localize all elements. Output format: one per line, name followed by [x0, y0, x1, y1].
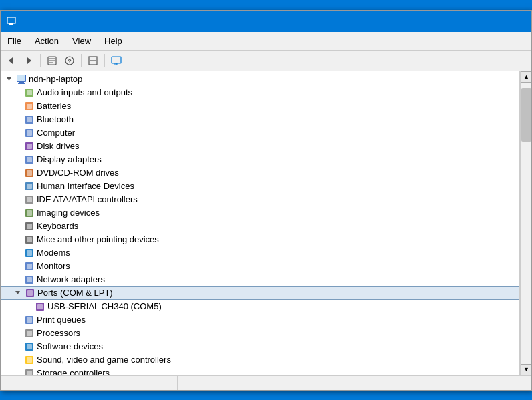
- device-label: Ports (COM & LPT): [37, 288, 113, 298]
- tree-item[interactable]: Human Interface Devices: [1, 180, 519, 193]
- minimize-button[interactable]: [434, 11, 464, 32]
- collapse-button[interactable]: [85, 53, 101, 69]
- tree-item[interactable]: Mice and other pointing devices: [1, 233, 519, 246]
- close-button[interactable]: [495, 11, 526, 32]
- tree-item[interactable]: Processors: [1, 327, 519, 340]
- svg-rect-56: [37, 304, 43, 309]
- forward-button[interactable]: [21, 53, 37, 69]
- device-icon: [24, 315, 35, 325]
- svg-rect-29: [27, 130, 32, 136]
- back-button[interactable]: [3, 53, 19, 69]
- device-icon: [24, 368, 35, 375]
- svg-rect-1: [9, 23, 13, 25]
- help-button[interactable]: ?: [61, 53, 78, 69]
- device-label: IDE ATA/ATAPI controllers: [37, 194, 138, 204]
- device-icon: [24, 274, 35, 285]
- content-area: ndn-hp-laptop Audio inputs and outputs B…: [1, 71, 531, 375]
- device-label: Batteries: [37, 101, 71, 111]
- svg-rect-33: [27, 157, 32, 162]
- tree-item[interactable]: Monitors: [1, 260, 519, 273]
- tree-item[interactable]: Disk drives: [1, 140, 519, 153]
- svg-rect-35: [27, 170, 32, 176]
- device-icon: [24, 154, 35, 165]
- menu-bar: File Action View Help: [1, 32, 531, 51]
- device-icon: [24, 234, 35, 245]
- device-icon: [24, 248, 35, 258]
- scroll-thumb[interactable]: [521, 88, 531, 142]
- svg-text:?: ?: [68, 58, 72, 65]
- device-icon: [24, 261, 35, 272]
- tree-item[interactable]: Imaging devices: [1, 206, 519, 220]
- monitor-button[interactable]: [108, 53, 124, 69]
- device-label: Human Interface Devices: [37, 181, 134, 191]
- device-label: Processors: [37, 328, 80, 338]
- svg-rect-54: [27, 290, 33, 296]
- scroll-up-button[interactable]: ▲: [521, 71, 531, 83]
- title-bar: [1, 11, 531, 32]
- device-icon: [24, 87, 35, 98]
- tree-item[interactable]: IDE ATA/ATAPI controllers: [1, 193, 519, 206]
- svg-rect-60: [27, 331, 32, 336]
- scroll-down-button[interactable]: ▼: [521, 364, 531, 375]
- properties-button[interactable]: [44, 53, 60, 69]
- tree-item[interactable]: Print queues: [1, 313, 519, 327]
- device-label: Disk drives: [37, 141, 80, 151]
- device-label: Software devices: [37, 341, 103, 351]
- device-label: Mice and other pointing devices: [37, 234, 159, 244]
- device-tree-panel[interactable]: ndn-hp-laptop Audio inputs and outputs B…: [1, 71, 520, 375]
- tree-item[interactable]: Bluetooth: [1, 113, 519, 126]
- device-label: Modems: [37, 248, 70, 258]
- tree-item[interactable]: DVD/CD-ROM drives: [1, 166, 519, 180]
- device-icon: [24, 194, 35, 205]
- tree-toggle-icon[interactable]: [12, 288, 23, 298]
- device-label: Keyboards: [37, 221, 78, 231]
- vertical-scrollbar[interactable]: ▲ ▼: [520, 71, 531, 375]
- device-icon: [24, 208, 35, 218]
- tree-item[interactable]: Computer: [1, 126, 519, 140]
- tree-item[interactable]: Ports (COM & LPT): [1, 286, 519, 300]
- tree-item[interactable]: USB-SERIAL CH340 (COM5): [1, 300, 519, 313]
- svg-rect-62: [27, 344, 32, 349]
- menu-action[interactable]: Action: [28, 33, 65, 49]
- device-icon: [24, 181, 35, 192]
- device-icon: [25, 288, 35, 298]
- tree-item[interactable]: Storage controllers: [1, 367, 519, 375]
- root-toggle-icon[interactable]: [3, 74, 14, 85]
- tree-item[interactable]: Network adapters: [1, 273, 519, 286]
- tree-item[interactable]: Batteries: [1, 99, 519, 113]
- device-label: DVD/CD-ROM drives: [37, 168, 119, 178]
- device-label: Imaging devices: [37, 208, 100, 218]
- device-icon: [24, 221, 35, 232]
- device-label: Print queues: [37, 315, 86, 325]
- tree-root-item[interactable]: ndn-hp-laptop: [1, 73, 519, 86]
- toolbar: ?: [1, 51, 531, 71]
- device-label: Network adapters: [37, 274, 105, 284]
- tree-item[interactable]: Audio inputs and outputs: [1, 86, 519, 99]
- svg-rect-58: [27, 317, 32, 323]
- device-icon: [24, 128, 35, 138]
- menu-file[interactable]: File: [1, 33, 28, 49]
- tree-item[interactable]: Sound, video and game controllers: [1, 353, 519, 367]
- device-label: Sound, video and game controllers: [37, 355, 171, 365]
- window-icon: [6, 16, 17, 27]
- device-label: Audio inputs and outputs: [37, 87, 132, 97]
- svg-rect-47: [27, 250, 32, 256]
- device-icon: [24, 168, 35, 178]
- svg-marker-52: [15, 291, 20, 294]
- tree-item[interactable]: Display adapters: [1, 153, 519, 166]
- menu-help[interactable]: Help: [98, 33, 129, 49]
- tree-item[interactable]: Modems: [1, 246, 519, 260]
- svg-rect-37: [27, 184, 32, 189]
- window-controls: [434, 11, 526, 32]
- svg-rect-31: [27, 144, 32, 149]
- device-label: Bluetooth: [37, 114, 74, 124]
- svg-rect-2: [8, 25, 15, 25]
- svg-rect-20: [19, 82, 24, 83]
- svg-rect-0: [7, 17, 15, 23]
- tree-item[interactable]: Keyboards: [1, 220, 519, 233]
- menu-view[interactable]: View: [65, 33, 98, 49]
- tree-item[interactable]: Software devices: [1, 340, 519, 353]
- device-icon: [24, 355, 35, 365]
- maximize-button[interactable]: [464, 11, 495, 32]
- toolbar-separator-1: [40, 54, 41, 67]
